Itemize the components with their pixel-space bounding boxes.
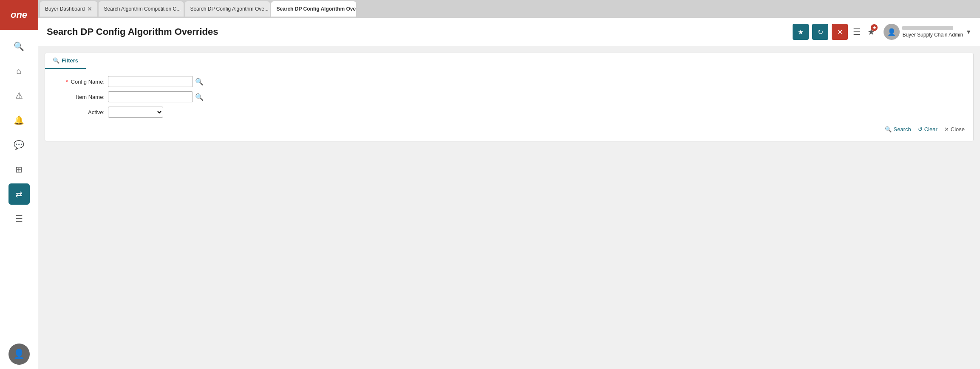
- home-icon: ⌂: [16, 66, 21, 76]
- sidebar-item-chat[interactable]: 💬: [8, 134, 30, 155]
- refresh-icon: ↻: [818, 28, 823, 36]
- user-name-block: Buyer Supply Chain Admin: [902, 26, 963, 38]
- tab-label: Search Algorithm Competition C...: [104, 6, 181, 12]
- tab-label: Search DP Config Algorithm Ove...: [276, 6, 356, 12]
- clear-action-icon: ↺: [918, 126, 923, 132]
- filters-tab-label: Filters: [62, 57, 78, 64]
- close-button[interactable]: ✕: [832, 24, 848, 40]
- notification-button[interactable]: ★ ★: [866, 25, 877, 39]
- config-name-input[interactable]: [108, 76, 193, 87]
- sidebar-bottom: 👤: [8, 344, 30, 365]
- chat-icon: 💬: [14, 140, 24, 150]
- app-logo[interactable]: one: [0, 0, 38, 30]
- sidebar-avatar[interactable]: 👤: [8, 344, 30, 365]
- user-name-blurred: [902, 26, 953, 30]
- sidebar-item-warning[interactable]: ⚠: [8, 85, 30, 106]
- item-name-label: Item Name:: [54, 94, 105, 100]
- tab-search-dp-config-1[interactable]: Search DP Config Algorithm Ove... ✕: [185, 1, 270, 17]
- hamburger-icon: ☰: [853, 27, 861, 37]
- sidebar-item-exchange[interactable]: ⇄: [8, 183, 30, 205]
- active-row: Active: Yes No: [54, 107, 965, 118]
- star-icon: ★: [798, 28, 804, 36]
- main-area: Buyer Dashboard ✕ Search Algorithm Compe…: [38, 0, 980, 369]
- layers-icon: ⊞: [15, 164, 23, 175]
- search-icon: 🔍: [14, 41, 24, 51]
- user-avatar: 👤: [884, 24, 900, 40]
- tab-close-search-algorithm[interactable]: ✕: [183, 6, 184, 12]
- bell-icon: 🔔: [14, 115, 24, 125]
- header-actions: ★ ↻ ✕ ☰ ★ ★ 👤: [793, 24, 972, 40]
- favorite-button[interactable]: ★: [793, 24, 809, 40]
- header-bar: Search DP Config Algorithm Overrides ★ ↻…: [38, 18, 980, 46]
- close-icon: ✕: [837, 28, 843, 36]
- avatar-icon: 👤: [13, 349, 25, 360]
- sidebar-item-menu[interactable]: ☰: [8, 208, 30, 229]
- menu-icon: ☰: [15, 214, 23, 224]
- tab-buyer-dashboard[interactable]: Buyer Dashboard ✕: [40, 1, 97, 17]
- user-role: Buyer Supply Chain Admin: [902, 32, 963, 38]
- user-dropdown-icon[interactable]: ▼: [966, 28, 972, 35]
- tab-bar: Buyer Dashboard ✕ Search Algorithm Compe…: [38, 0, 980, 18]
- warning-icon: ⚠: [15, 90, 23, 101]
- sidebar-item-layers[interactable]: ⊞: [8, 159, 30, 180]
- search-action-label: Search: [893, 126, 911, 132]
- config-name-search-icon[interactable]: 🔍: [195, 78, 204, 86]
- search-action-icon: 🔍: [885, 126, 892, 132]
- close-action-icon: ✕: [944, 126, 949, 132]
- sidebar-item-search[interactable]: 🔍: [8, 36, 30, 57]
- item-name-row: Item Name: 🔍: [54, 91, 965, 102]
- filter-actions: 🔍 Search ↺ Clear ✕ Close: [45, 122, 973, 132]
- page-title: Search DP Config Algorithm Overrides: [47, 26, 218, 37]
- hamburger-button[interactable]: ☰: [851, 25, 862, 39]
- clear-action[interactable]: ↺ Clear: [918, 126, 938, 132]
- config-name-row: * Config Name: 🔍: [54, 76, 965, 87]
- sidebar-item-home[interactable]: ⌂: [8, 60, 30, 82]
- logo-text: one: [11, 9, 27, 20]
- active-label: Active:: [54, 109, 105, 115]
- sidebar: one 🔍 ⌂ ⚠ 🔔 💬 ⊞ ⇄ ☰ 👤: [0, 0, 38, 369]
- filter-panel: 🔍 Filters * Config Name: 🔍: [45, 53, 974, 141]
- filter-form: * Config Name: 🔍 Item Name: 🔍: [45, 76, 973, 118]
- close-action-label: Close: [951, 126, 965, 132]
- active-select[interactable]: Yes No: [108, 107, 163, 118]
- tab-search-algorithm[interactable]: Search Algorithm Competition C... ✕: [99, 1, 184, 17]
- config-name-label: * Config Name:: [54, 79, 105, 85]
- avatar-icon: 👤: [887, 28, 896, 36]
- item-name-input[interactable]: [108, 91, 193, 102]
- search-action[interactable]: 🔍 Search: [885, 126, 911, 132]
- filter-tabs: 🔍 Filters: [45, 53, 973, 69]
- page-content: Search DP Config Algorithm Overrides ★ ↻…: [38, 18, 980, 369]
- tab-search-dp-config-2[interactable]: Search DP Config Algorithm Ove... ✕: [271, 1, 356, 17]
- close-action[interactable]: ✕ Close: [944, 126, 965, 132]
- tab-label: Buyer Dashboard: [45, 6, 85, 12]
- sidebar-item-bell[interactable]: 🔔: [8, 110, 30, 131]
- tab-label: Search DP Config Algorithm Ove...: [190, 6, 269, 12]
- user-info: 👤 Buyer Supply Chain Admin ▼: [884, 24, 972, 40]
- notification-badge: ★: [871, 24, 878, 31]
- exchange-icon: ⇄: [15, 189, 23, 199]
- filters-tab[interactable]: 🔍 Filters: [45, 53, 86, 69]
- clear-action-label: Clear: [924, 126, 938, 132]
- refresh-button[interactable]: ↻: [812, 24, 828, 40]
- filter-icon: 🔍: [53, 57, 59, 64]
- required-star: *: [66, 79, 68, 85]
- item-name-search-icon[interactable]: 🔍: [195, 93, 204, 101]
- tab-close-buyer-dashboard[interactable]: ✕: [87, 6, 92, 12]
